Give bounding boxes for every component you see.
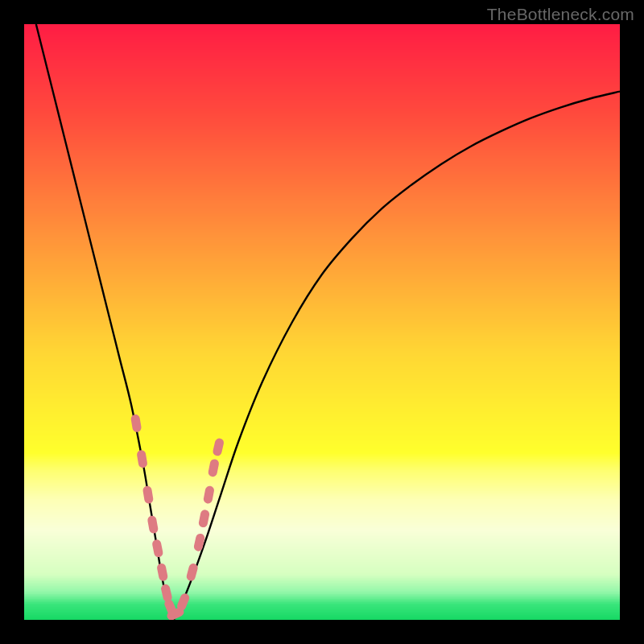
bottleneck-curve	[36, 24, 620, 620]
curve-marker	[136, 449, 147, 469]
curve-marker	[203, 485, 215, 505]
curve-marker	[208, 458, 220, 477]
curve-marker	[130, 414, 142, 433]
curve-marker	[212, 437, 225, 456]
curve-marker	[151, 539, 163, 558]
curve-marker	[142, 485, 154, 504]
curve-marker	[147, 515, 159, 535]
curve-marker	[198, 509, 210, 528]
curve-marker	[160, 584, 173, 603]
plot-area	[24, 24, 620, 620]
curve-marker	[186, 563, 199, 582]
outer-frame: TheBottleneck.com	[0, 0, 644, 644]
curve-marker	[193, 533, 206, 552]
curve-marker	[156, 563, 168, 582]
marker-group	[130, 414, 225, 620]
chart-svg	[24, 24, 620, 620]
watermark-text: TheBottleneck.com	[487, 5, 634, 24]
